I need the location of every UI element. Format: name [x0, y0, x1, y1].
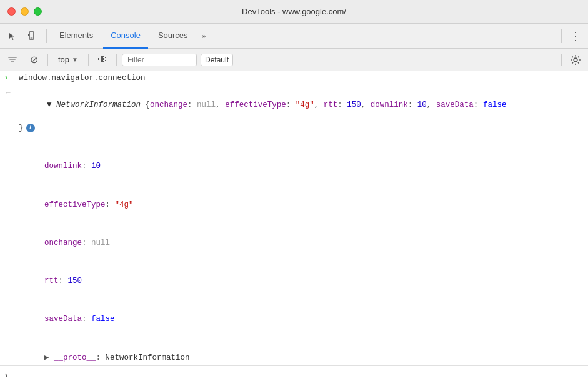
toolbar-divider-2 [561, 29, 562, 43]
device-toggle-button[interactable] [24, 27, 41, 45]
console-divider-4 [561, 54, 562, 66]
close-button[interactable] [7, 7, 16, 16]
svg-point-6 [574, 58, 577, 62]
prop-downlink: downlink: 10 [0, 148, 588, 186]
filter-input-wrapper[interactable] [122, 54, 197, 66]
prop-onchange: onchange: null [0, 224, 588, 262]
console-input-text: window.navigator.connection [19, 72, 583, 84]
toolbar-divider-1 [46, 29, 47, 43]
title-bar: DevTools - www.google.com/ [0, 0, 588, 24]
window-controls [7, 7, 42, 16]
prop-rtt-content: rtt: 150 [16, 263, 583, 298]
minimize-button[interactable] [21, 7, 29, 16]
window-title: DevTools - www.google.com/ [242, 7, 346, 16]
prop-downlink-content: downlink: 10 [16, 149, 583, 184]
filter-input[interactable] [127, 56, 177, 64]
console-divider-3 [116, 54, 117, 66]
pointer-tool-button[interactable] [4, 27, 21, 45]
svg-rect-2 [28, 34, 29, 36]
console-divider-2 [88, 54, 89, 66]
prop-effectivetype: effectiveType: "4g" [0, 186, 588, 224]
console-input-line: › window.navigator.connection [0, 71, 588, 86]
block-icon-button[interactable]: ⊘ [25, 51, 42, 69]
tab-console[interactable]: Console [103, 24, 148, 49]
prop-effectivetype-content: effectiveType: "4g" [16, 187, 583, 222]
settings-button[interactable] [567, 51, 584, 69]
svg-rect-4 [9, 59, 16, 60]
prop-rtt: rtt: 150 [0, 262, 588, 300]
console-toolbar: ⊘ top ▼ 👁 Default [0, 49, 588, 71]
prop-savedata-content: saveData: false [16, 302, 583, 337]
console-divider-1 [47, 54, 48, 66]
return-content: ▼ NetworkInformation {onchange: null, ef… [19, 87, 583, 146]
prop-onchange-content: onchange: null [16, 225, 583, 260]
tab-elements[interactable]: Elements [52, 24, 101, 49]
default-level-button[interactable]: Default [201, 54, 233, 66]
context-selector[interactable]: top ▼ [53, 54, 83, 66]
filter-box: Default [122, 54, 556, 66]
svg-rect-5 [11, 61, 14, 62]
console-content: › window.navigator.connection ← ▼ Networ… [0, 71, 588, 365]
tab-sources[interactable]: Sources [151, 24, 196, 49]
input-arrow: › [5, 72, 16, 82]
maximize-button[interactable] [34, 7, 42, 16]
context-label: top [58, 55, 69, 64]
more-tabs-button[interactable]: » [198, 32, 210, 41]
context-dropdown-arrow: ▼ [72, 56, 78, 63]
svg-rect-1 [31, 37, 33, 38]
return-arrow: ← [5, 89, 16, 96]
console-prompt-bar: › [0, 365, 588, 384]
eye-button[interactable]: 👁 [94, 51, 111, 69]
console-return-line: ← ▼ NetworkInformation {onchange: null, … [0, 86, 588, 148]
info-icon: i [26, 124, 35, 132]
prop-proto-content: ▶ __proto__: NetworkInformation [16, 340, 583, 365]
devtools-menu-button[interactable]: ⋮ [567, 27, 584, 45]
prompt-arrow: › [5, 370, 7, 380]
svg-rect-3 [8, 57, 17, 58]
clear-console-button[interactable] [4, 51, 21, 69]
prop-proto: ▶ __proto__: NetworkInformation [0, 339, 588, 365]
main-toolbar: Elements Console Sources » ⋮ [0, 24, 588, 49]
prop-savedata: saveData: false [0, 301, 588, 339]
